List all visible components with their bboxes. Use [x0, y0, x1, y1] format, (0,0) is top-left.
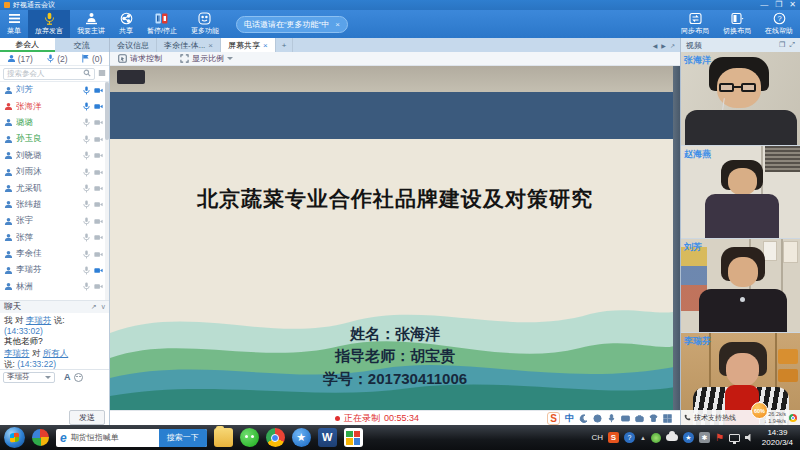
camera-icon[interactable]	[94, 168, 103, 177]
participant-row[interactable]: 璐璐	[0, 115, 109, 131]
more-features-button[interactable]: 更多功能	[184, 10, 226, 38]
font-format-button[interactable]: A	[64, 372, 71, 382]
mic-icon[interactable]	[82, 151, 91, 160]
participant-row[interactable]: 张萍	[0, 230, 109, 246]
camera-icon[interactable]	[94, 200, 103, 209]
help-tray-icon[interactable]: ?	[624, 432, 635, 443]
chrome-icon[interactable]	[266, 428, 285, 447]
menu-button[interactable]: 菜单	[0, 10, 28, 38]
chat-user-link[interactable]: 李瑞芬	[26, 315, 52, 325]
participant-list-scrollbar[interactable]	[105, 82, 109, 300]
cloud-tray-icon[interactable]	[666, 434, 678, 441]
tab-meeting-info[interactable]: 会议信息	[110, 38, 157, 52]
sogou-logo-icon[interactable]: S	[547, 412, 560, 425]
taskbar-search-input[interactable]: 期货恒指喊单	[71, 432, 159, 443]
maximize-button[interactable]: ❐	[775, 1, 782, 9]
list-view-icon[interactable]	[98, 69, 106, 79]
mic-icon[interactable]	[82, 233, 91, 242]
participant-row[interactable]: 李瑞芬	[0, 262, 109, 278]
video-thumbnail[interactable]: 赵海燕	[681, 145, 800, 239]
online-help-button[interactable]: ? 在线帮助	[758, 10, 800, 38]
camera-icon[interactable]	[94, 233, 103, 242]
mic-icon[interactable]	[82, 200, 91, 209]
camera-icon[interactable]	[94, 135, 103, 144]
mic-icon[interactable]	[82, 250, 91, 259]
mic-icon[interactable]	[82, 118, 91, 127]
participant-row[interactable]: 刘芳	[0, 82, 109, 98]
video-thumbnail[interactable]: 刘芳	[681, 238, 800, 332]
chat-collapse-icon[interactable]: v	[102, 303, 106, 311]
camera-icon[interactable]	[94, 266, 103, 275]
speaker-icon[interactable]	[745, 434, 754, 442]
network-monitor-icon[interactable]	[729, 434, 740, 442]
video-thumbnail[interactable]: 李瑞芬 60% 技术支持热线 ↑ 26.2k/s ↓ 1.94k/s	[681, 332, 800, 426]
participant-row[interactable]: 刘雨沐	[0, 164, 109, 180]
ime-mode-toggle[interactable]: 中	[565, 412, 574, 425]
shared-screen-view[interactable]: 北京蔬菜专业合作社品牌建设及对策研究 姓名：张海洋 指导老师：胡宝贵 学号：20…	[110, 66, 680, 410]
participant-row[interactable]: 李余佳	[0, 246, 109, 262]
close-button[interactable]: ✕	[789, 1, 796, 9]
pinwheel-app-icon[interactable]	[32, 429, 49, 446]
wechat-icon[interactable]	[240, 428, 259, 447]
chat-target-select[interactable]: 李瑞芬	[3, 372, 55, 383]
add-tab-button[interactable]: +	[276, 38, 294, 52]
tab-screen-share[interactable]: 屏幕共享×	[221, 38, 276, 52]
video-grid-icon[interactable]: ❐	[779, 41, 785, 49]
video-expand-icon[interactable]: ⤢	[789, 41, 795, 49]
search-input[interactable]: 搜索参会人	[3, 68, 95, 80]
tray-expand-icon[interactable]: ▲	[640, 435, 646, 441]
support-hotline-label[interactable]: 技术支持热线	[694, 413, 736, 423]
pause-stop-button[interactable]: 暂停/停止	[140, 10, 184, 38]
taskbar-clock[interactable]: 14:39 2020/3/4	[762, 428, 793, 448]
file-explorer-icon[interactable]	[214, 428, 233, 447]
camera-icon[interactable]	[94, 118, 103, 127]
camera-icon[interactable]	[94, 184, 103, 193]
start-button[interactable]	[4, 427, 25, 448]
be-presenter-button[interactable]: 我要主讲	[70, 10, 112, 38]
camera-icon[interactable]	[94, 102, 103, 111]
tab-popout-icon[interactable]: ↗	[670, 42, 675, 49]
tab-participants[interactable]: 参会人	[0, 38, 55, 52]
tab-close-icon[interactable]: ×	[263, 41, 268, 50]
action-center-flag-icon[interactable]: ⚑	[715, 433, 724, 443]
mic-icon[interactable]	[82, 217, 91, 226]
taskbar-search-button[interactable]: 搜索一下	[159, 429, 207, 447]
tab-close-icon[interactable]: ×	[208, 41, 213, 50]
participant-row[interactable]: 刘晓璐	[0, 148, 109, 164]
participant-row[interactable]: 尤采矶	[0, 180, 109, 196]
half-moon-icon[interactable]	[579, 414, 588, 423]
star-tray-icon[interactable]: ★	[683, 432, 694, 443]
keyboard-icon[interactable]	[621, 414, 630, 423]
camera-icon[interactable]	[94, 151, 103, 160]
switch-layout-button[interactable]: 切换布局	[716, 10, 758, 38]
display-scale-dropdown[interactable]: 显示比例	[180, 53, 233, 64]
share-button[interactable]: 共享	[112, 10, 140, 38]
chat-user-link[interactable]: 所有人	[43, 348, 69, 358]
asterisk-tray-icon[interactable]: ✱	[699, 432, 710, 443]
participant-row[interactable]: 张纬超	[0, 197, 109, 213]
star-app-icon[interactable]: ★	[292, 428, 311, 447]
smiley-icon[interactable]	[593, 414, 602, 423]
minimize-button[interactable]: —	[760, 1, 768, 9]
mic-icon[interactable]	[82, 168, 91, 177]
request-control-button[interactable]: 请求控制	[118, 53, 162, 64]
tab-chat[interactable]: 交流	[55, 38, 110, 52]
sync-layout-button[interactable]: 同步布局	[674, 10, 716, 38]
camera-icon[interactable]	[94, 86, 103, 95]
tab-user-session[interactable]: 李余佳-体...×	[157, 38, 221, 52]
mic-icon[interactable]	[607, 414, 616, 423]
antivirus-tray-icon[interactable]	[651, 433, 661, 443]
meeting-app-icon[interactable]	[344, 428, 363, 447]
language-indicator[interactable]: CH	[591, 433, 603, 442]
camera-icon[interactable]	[94, 217, 103, 226]
tooltip-close-icon[interactable]: ×	[335, 20, 340, 29]
tab-scroll-left-icon[interactable]: ◀	[653, 42, 658, 49]
sogou-tray-icon[interactable]: S	[608, 432, 619, 443]
video-thumbnail[interactable]: 张海洋	[681, 52, 800, 145]
participant-row[interactable]: 张宇	[0, 213, 109, 229]
participant-row[interactable]: 孙玉良	[0, 131, 109, 147]
mic-icon[interactable]	[82, 86, 91, 95]
chat-popout-icon[interactable]: ↗	[91, 303, 97, 311]
mic-icon[interactable]	[82, 266, 91, 275]
give-up-speaking-button[interactable]: 放弃发言	[28, 10, 70, 38]
